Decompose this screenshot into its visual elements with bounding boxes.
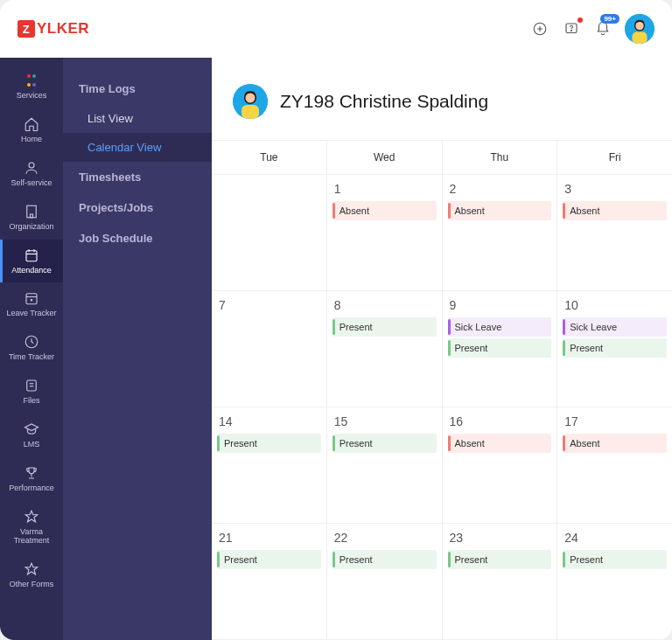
nav-label: Leave Tracker (6, 310, 56, 318)
star-icon (24, 561, 39, 577)
avatar[interactable] (625, 14, 654, 44)
clock-icon (24, 334, 39, 350)
calendar-cell[interactable]: 17Absent (557, 407, 672, 523)
calendar-cell[interactable]: 2Absent (443, 175, 558, 290)
topbar: Z YLKER 99+ (0, 0, 672, 58)
calendar-day-header: Wed (327, 141, 443, 174)
calendar-date: 7 (217, 298, 321, 312)
nav-attendance[interactable]: Attendance (0, 240, 63, 283)
calendar-date: 24 (563, 531, 667, 545)
nav-performance[interactable]: Performance (0, 457, 63, 501)
svg-point-7 (635, 22, 643, 30)
calendar-day-header: Tue (212, 141, 327, 174)
calendar-date: 21 (217, 531, 321, 545)
trophy-icon (24, 465, 39, 481)
main-content: ZY198 Christine Spalding TueWedThuFri 1A… (212, 58, 672, 640)
calendar-row: 1Absent2Absent3Absent (212, 175, 672, 291)
add-icon[interactable] (530, 19, 550, 38)
calendar-row: 78Present9Sick LeavePresent10Sick LeaveP… (212, 291, 672, 407)
graduation-icon (24, 421, 39, 437)
primary-nav: Services Home Self-service Organization … (0, 58, 63, 640)
nav-label: LMS (24, 441, 40, 449)
nav-label: Self-service (10, 179, 52, 188)
nav-time-tracker[interactable]: Time Tracker (0, 326, 63, 370)
calendar-cell[interactable]: 14Present (212, 407, 327, 523)
logo[interactable]: Z YLKER (18, 20, 89, 38)
calendar-cell[interactable]: 8Present (327, 291, 443, 407)
calendar-cell[interactable]: 22Present (327, 524, 443, 639)
subnav-calendar-view[interactable]: Calendar View (63, 133, 212, 162)
calendar-icon (24, 290, 39, 306)
calendar-entry-absent[interactable]: Absent (448, 201, 552, 220)
subnav-group-projects[interactable]: Projects/Jobs (63, 192, 212, 223)
calendar-cell[interactable]: 7 (212, 291, 327, 407)
calendar-date: 14 (217, 414, 321, 428)
calendar-entry-present[interactable]: Present (448, 550, 552, 569)
calendar-entry-present[interactable]: Present (332, 317, 437, 337)
calendar-cell[interactable]: 21Present (212, 524, 327, 639)
calendar-body: 1Absent2Absent3Absent78Present9Sick Leav… (212, 175, 672, 640)
calendar-entry-sick[interactable]: Sick Leave (448, 317, 552, 337)
calendar-day-header: Thu (443, 141, 558, 174)
calendar-entry-present[interactable]: Present (563, 550, 667, 569)
notification-badge: 99+ (600, 14, 620, 24)
calendar-entry-present[interactable]: Present (332, 550, 437, 569)
nav-services[interactable]: Services (0, 65, 63, 108)
calendar-row: 14Present15Present16Absent17Absent (212, 407, 672, 524)
calendar-entry-present[interactable]: Present (448, 338, 552, 358)
subnav-group-timesheets[interactable]: Timesheets (63, 162, 212, 192)
star-icon (24, 509, 39, 525)
calendar-date: 8 (332, 298, 437, 312)
nav-leave-tracker[interactable]: Leave Tracker (0, 282, 63, 326)
calendar-cell[interactable]: 24Present (557, 524, 672, 639)
calendar-date: 23 (448, 531, 552, 545)
calendar-cell[interactable]: 15Present (327, 407, 443, 523)
calendar-entry-absent[interactable]: Absent (563, 201, 667, 220)
calendar-entry-present[interactable]: Present (217, 550, 321, 569)
calendar-entry-present[interactable]: Present (217, 434, 321, 453)
person-icon (24, 160, 39, 176)
nav-lms[interactable]: LMS (0, 414, 63, 457)
calendar-entry-absent[interactable]: Absent (332, 201, 437, 220)
calendar-entry-absent[interactable]: Absent (563, 434, 667, 453)
subnav-list-view[interactable]: List View (63, 104, 212, 133)
calendar-date: 17 (563, 414, 667, 428)
calendar-cell[interactable]: 10Sick LeavePresent (557, 291, 672, 407)
nav-other-forms[interactable]: Other Forms (0, 553, 63, 597)
calendar-cell[interactable]: 23Present (443, 524, 558, 639)
subnav-group-timelogs[interactable]: Time Logs (63, 73, 212, 104)
nav-varma-treatment[interactable]: Varma Treatment (0, 501, 63, 553)
nav-files[interactable]: Files (0, 370, 63, 414)
user-name: ZY198 Christine Spalding (280, 91, 488, 112)
notification-icon[interactable]: 99+ (593, 19, 612, 38)
calendar-row: 21Present22Present23Present24Present (212, 524, 672, 640)
user-avatar[interactable] (233, 84, 268, 119)
calendar-cell[interactable]: 3Absent (557, 175, 672, 290)
logo-text: YLKER (37, 20, 89, 38)
nav-label: Time Tracker (9, 353, 54, 362)
calendar-cell[interactable]: 9Sick LeavePresent (443, 291, 558, 407)
svg-rect-20 (26, 294, 37, 304)
calendar-entry-present[interactable]: Present (332, 434, 437, 453)
calendar-cell[interactable]: 16Absent (443, 407, 558, 523)
calendar-cell[interactable]: 1Absent (327, 175, 443, 290)
files-icon (24, 378, 39, 393)
nav-home[interactable]: Home (0, 108, 63, 152)
nav-organization[interactable]: Organization (0, 196, 63, 240)
topbar-actions: 99+ (530, 14, 654, 44)
nav-label: Varma Treatment (2, 528, 61, 546)
calendar-entry-absent[interactable]: Absent (448, 434, 552, 453)
svg-rect-10 (27, 205, 37, 218)
help-icon[interactable] (562, 19, 581, 38)
subnav-group-jobschedule[interactable]: Job Schedule (63, 223, 212, 254)
svg-rect-16 (26, 250, 37, 261)
calendar-entry-present[interactable]: Present (563, 338, 667, 358)
calendar-date: 16 (448, 414, 552, 428)
nav-self-service[interactable]: Self-service (0, 152, 63, 196)
calendar-date: 9 (448, 298, 552, 312)
help-badge-dot (578, 17, 583, 23)
calendar-entry-sick[interactable]: Sick Leave (563, 317, 667, 337)
nav-label: Attendance (11, 267, 52, 275)
nav-label: Files (23, 397, 39, 406)
calendar-cell[interactable] (212, 175, 327, 290)
